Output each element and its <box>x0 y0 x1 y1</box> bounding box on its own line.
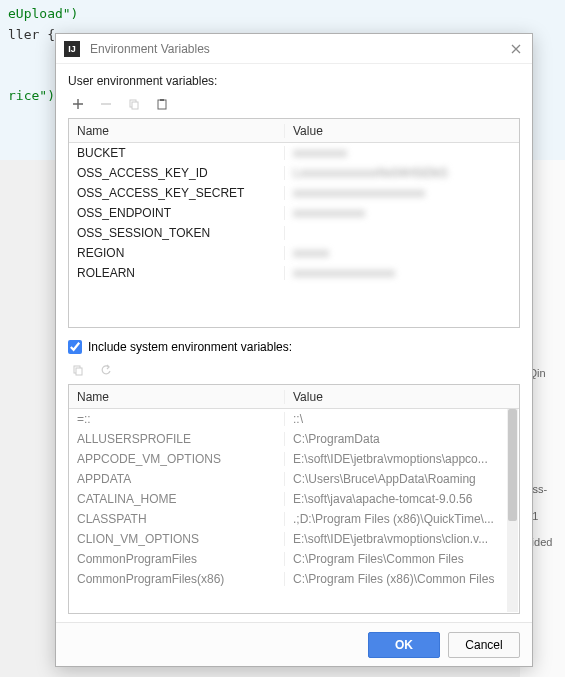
include-system-row: Include system environment variables: <box>68 340 520 354</box>
user-vars-table[interactable]: Name Value BUCKETxxxxxxxxxOSS_ACCESS_KEY… <box>68 118 520 328</box>
revert-icon <box>98 362 114 378</box>
cell-value[interactable]: xxxxxxxxx <box>285 146 519 160</box>
sys-vars-table[interactable]: Name Value =::::\ALLUSERSPROFILEC:\Progr… <box>68 384 520 614</box>
cell-value[interactable]: C:\Program Files\Common Files <box>285 552 519 566</box>
copy-icon <box>70 362 86 378</box>
cell-value[interactable]: E:\soft\java\apache-tomcat-9.0.56 <box>285 492 519 506</box>
svg-rect-3 <box>160 99 164 101</box>
cell-name[interactable]: CommonProgramFiles <box>69 552 285 566</box>
table-row[interactable]: OSS_ACCESS_KEY_IDLxxxxxxxxxxxxxNv04HSiDk… <box>69 163 519 183</box>
app-icon: IJ <box>64 41 80 57</box>
cell-name[interactable]: REGION <box>69 246 285 260</box>
svg-rect-1 <box>132 102 138 109</box>
cell-name[interactable]: =:: <box>69 412 285 426</box>
close-icon[interactable] <box>508 41 524 57</box>
col-value[interactable]: Value <box>285 124 519 138</box>
table-header: Name Value <box>69 119 519 143</box>
env-vars-dialog: IJ Environment Variables User environmen… <box>55 33 533 667</box>
table-row[interactable]: CLION_VM_OPTIONSE:\soft\IDE\jetbra\vmopt… <box>69 529 519 549</box>
cell-value[interactable]: xxxxxxxxxxxxxxxxxxxxxx <box>285 186 519 200</box>
cell-name[interactable]: OSS_ENDPOINT <box>69 206 285 220</box>
cell-name[interactable]: CLASSPATH <box>69 512 285 526</box>
cell-name[interactable]: OSS_ACCESS_KEY_SECRET <box>69 186 285 200</box>
cancel-button[interactable]: Cancel <box>448 632 520 658</box>
cell-value[interactable]: C:\ProgramData <box>285 432 519 446</box>
table-header: Name Value <box>69 385 519 409</box>
dialog-title: Environment Variables <box>90 42 210 56</box>
add-icon[interactable] <box>70 96 86 112</box>
cell-name[interactable]: CATALINA_HOME <box>69 492 285 506</box>
table-row[interactable]: OSS_SESSION_TOKEN <box>69 223 519 243</box>
table-row[interactable]: OSS_ENDPOINTxxxxxxxxxxxx <box>69 203 519 223</box>
table-row[interactable]: OSS_ACCESS_KEY_SECRETxxxxxxxxxxxxxxxxxxx… <box>69 183 519 203</box>
cell-value[interactable]: xxxxxxxxxxxx <box>285 206 519 220</box>
table-row[interactable]: APPCODE_VM_OPTIONSE:\soft\IDE\jetbra\vmo… <box>69 449 519 469</box>
cell-value[interactable]: xxxxxx <box>285 246 519 260</box>
sys-vars-toolbar <box>68 360 520 384</box>
user-vars-label: User environment variables: <box>68 74 520 88</box>
table-row[interactable]: CommonProgramFiles(x86)C:\Program Files … <box>69 569 519 589</box>
cell-value[interactable]: E:\soft\IDE\jetbra\vmoptions\appco... <box>285 452 519 466</box>
cell-value[interactable]: .;D:\Program Files (x86)\QuickTime\... <box>285 512 519 526</box>
remove-icon <box>98 96 114 112</box>
cell-name[interactable]: OSS_SESSION_TOKEN <box>69 226 285 240</box>
cell-name[interactable]: CLION_VM_OPTIONS <box>69 532 285 546</box>
cell-name[interactable]: OSS_ACCESS_KEY_ID <box>69 166 285 180</box>
cell-value[interactable]: C:\Program Files (x86)\Common Files <box>285 572 519 586</box>
cell-value[interactable]: xxxxxxxxxxxxxxxxx <box>285 266 519 280</box>
include-system-label: Include system environment variables: <box>88 340 292 354</box>
table-row[interactable]: CLASSPATH.;D:\Program Files (x86)\QuickT… <box>69 509 519 529</box>
cell-name[interactable]: ALLUSERSPROFILE <box>69 432 285 446</box>
col-name[interactable]: Name <box>69 390 285 404</box>
copy-icon <box>126 96 142 112</box>
table-row[interactable]: CATALINA_HOMEE:\soft\java\apache-tomcat-… <box>69 489 519 509</box>
cell-name[interactable]: BUCKET <box>69 146 285 160</box>
cell-name[interactable]: APPDATA <box>69 472 285 486</box>
col-value[interactable]: Value <box>285 390 519 404</box>
cell-name[interactable]: ROLEARN <box>69 266 285 280</box>
scrollbar-thumb[interactable] <box>508 409 517 521</box>
cell-value[interactable]: C:\Users\Bruce\AppData\Roaming <box>285 472 519 486</box>
col-name[interactable]: Name <box>69 124 285 138</box>
include-system-checkbox[interactable] <box>68 340 82 354</box>
cell-name[interactable]: CommonProgramFiles(x86) <box>69 572 285 586</box>
table-row[interactable]: APPDATAC:\Users\Bruce\AppData\Roaming <box>69 469 519 489</box>
table-row[interactable]: ROLEARNxxxxxxxxxxxxxxxxx <box>69 263 519 283</box>
cell-value[interactable]: LxxxxxxxxxxxxxNv04HSiDkS <box>285 166 519 180</box>
user-vars-toolbar <box>68 94 520 118</box>
table-row[interactable]: BUCKETxxxxxxxxx <box>69 143 519 163</box>
table-row[interactable]: ALLUSERSPROFILEC:\ProgramData <box>69 429 519 449</box>
cell-value[interactable]: E:\soft\IDE\jetbra\vmoptions\clion.v... <box>285 532 519 546</box>
svg-rect-2 <box>158 100 166 109</box>
dialog-footer: OK Cancel <box>56 622 532 666</box>
table-row[interactable]: =::::\ <box>69 409 519 429</box>
titlebar: IJ Environment Variables <box>56 34 532 64</box>
paste-icon[interactable] <box>154 96 170 112</box>
ok-button[interactable]: OK <box>368 632 440 658</box>
table-row[interactable]: CommonProgramFilesC:\Program Files\Commo… <box>69 549 519 569</box>
svg-rect-5 <box>76 368 82 375</box>
cell-name[interactable]: APPCODE_VM_OPTIONS <box>69 452 285 466</box>
table-row[interactable]: REGIONxxxxxx <box>69 243 519 263</box>
scrollbar[interactable] <box>507 409 518 612</box>
cell-value[interactable]: ::\ <box>285 412 519 426</box>
